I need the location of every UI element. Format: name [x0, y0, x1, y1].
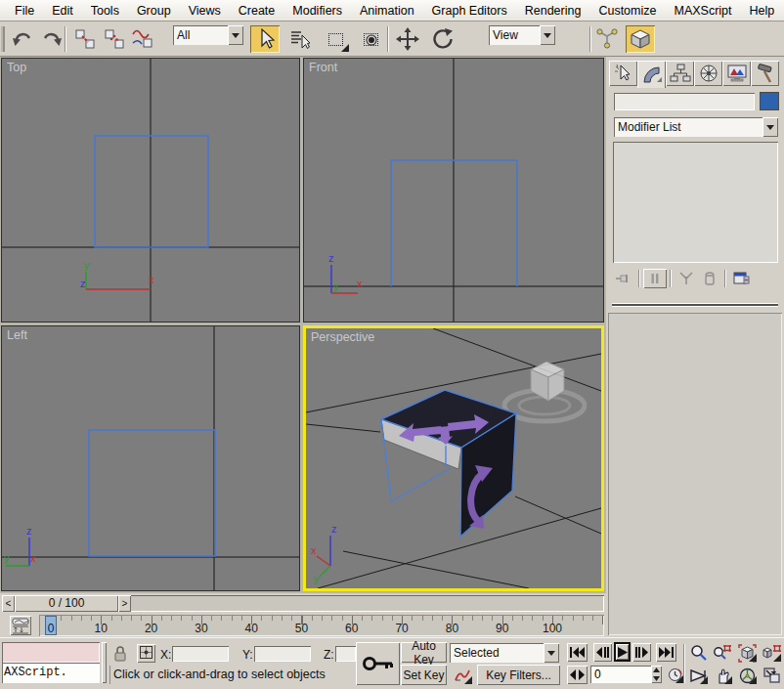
frame-spinner[interactable] — [651, 666, 662, 683]
macro-recorder-field[interactable] — [2, 642, 100, 663]
set-keys-button[interactable] — [356, 642, 400, 685]
x-coordinate-field[interactable] — [172, 646, 229, 662]
tab-utilities[interactable] — [751, 61, 779, 86]
menu-item-maxscript[interactable]: MAXScript — [665, 2, 740, 20]
maxscript-listener-field[interactable]: AXScript. — [2, 663, 100, 683]
time-configuration-button[interactable] — [666, 666, 684, 684]
tab-hierarchy[interactable] — [666, 61, 694, 86]
next-frame-button[interactable] — [632, 643, 651, 662]
dropdown-arrow-icon[interactable] — [544, 643, 559, 663]
tab-create[interactable] — [609, 61, 637, 86]
modifier-stack-list[interactable] — [613, 142, 778, 263]
listener-splitter[interactable] — [102, 642, 107, 683]
field-of-view-button[interactable] — [687, 666, 709, 685]
frame-tick-label: 50 — [295, 622, 308, 635]
toolbar-drag-handle[interactable] — [1, 26, 5, 52]
tab-modify[interactable] — [637, 61, 666, 88]
menu-item-edit[interactable]: Edit — [43, 2, 82, 20]
select-and-link-button[interactable] — [70, 25, 100, 53]
viewport-perspective-label[interactable]: Perspective — [311, 330, 374, 344]
select-by-name-button[interactable] — [285, 25, 315, 53]
bind-to-space-warp-button[interactable] — [127, 25, 156, 53]
viewport-left[interactable]: Left z y x — [1, 325, 300, 591]
zoom-extents-all-button[interactable] — [761, 643, 782, 663]
show-end-result-button[interactable] — [643, 269, 667, 288]
zoom-all-button[interactable] — [712, 643, 733, 663]
prompt-line: Click or click-and-drag to select object… — [109, 666, 354, 684]
go-to-end-button[interactable] — [656, 643, 676, 662]
menu-item-tools[interactable]: Tools — [82, 2, 128, 20]
redo-button[interactable] — [37, 25, 66, 53]
scene-object[interactable] — [381, 390, 516, 537]
reference-coordinate-system-dropdown[interactable]: View — [489, 25, 555, 45]
menu-item-create[interactable]: Create — [230, 2, 284, 20]
axis-tripod: z x y — [328, 252, 363, 293]
arc-rotate-button[interactable] — [736, 666, 758, 685]
viewport-perspective[interactable]: Perspective — [303, 325, 604, 591]
select-and-rotate-button[interactable] — [428, 25, 457, 53]
select-object-button[interactable] — [250, 25, 280, 53]
set-key-button[interactable]: Set Key — [401, 665, 447, 685]
menu-item-customize[interactable]: Customize — [589, 2, 665, 20]
remove-modifier-button[interactable] — [698, 269, 721, 288]
select-and-move-button[interactable] — [393, 25, 422, 53]
key-filters-button[interactable]: Key Filters... — [477, 665, 560, 685]
track-ruler[interactable]: 0102030405060708090100 — [39, 615, 604, 636]
y-coordinate-field[interactable] — [254, 646, 311, 662]
pan-button[interactable] — [712, 666, 733, 685]
previous-frame-arrow-button[interactable]: < — [2, 595, 15, 612]
play-button[interactable] — [614, 642, 631, 662]
selection-filter-dropdown[interactable]: All — [173, 25, 243, 45]
zoom-extents-button[interactable] — [736, 643, 758, 663]
key-mode-dropdown[interactable]: Selected — [450, 643, 559, 663]
current-frame-field[interactable] — [590, 666, 651, 683]
dropdown-arrow-icon[interactable] — [540, 25, 555, 45]
menu-item-modifiers[interactable]: Modifiers — [283, 2, 351, 20]
viewport-left-label[interactable]: Left — [7, 328, 27, 342]
snaps-toggle-button[interactable] — [626, 25, 655, 53]
absolute-mode-toggle[interactable] — [137, 644, 155, 663]
modifier-list-dropdown[interactable]: Modifier List — [614, 117, 778, 137]
viewport-front[interactable]: Front z x y — [303, 58, 604, 323]
selection-lock-toggle[interactable] — [110, 644, 130, 664]
dropdown-arrow-icon[interactable] — [228, 25, 243, 45]
make-unique-button[interactable] — [675, 269, 698, 288]
menu-item-views[interactable]: Views — [180, 2, 230, 20]
tab-motion[interactable] — [694, 61, 722, 86]
configure-modifier-sets-button[interactable] — [729, 269, 753, 288]
menu-item-help[interactable]: Help — [741, 2, 784, 20]
undo-button[interactable] — [8, 25, 37, 53]
key-mode-toggle-button[interactable] — [567, 666, 588, 684]
menu-item-animation[interactable]: Animation — [351, 2, 423, 20]
menu-item-graph-editors[interactable]: Graph Editors — [423, 2, 516, 20]
select-and-manipulate-button[interactable] — [594, 25, 620, 53]
default-tangent-button[interactable] — [451, 666, 473, 685]
dropdown-arrow-icon[interactable] — [762, 117, 778, 137]
viewport-top-label[interactable]: Top — [7, 61, 26, 74]
viewport-top[interactable]: Top y x z — [1, 58, 300, 323]
time-slider-handle[interactable]: 0 / 100 — [15, 595, 118, 612]
object-name-field[interactable] — [614, 93, 755, 110]
pin-stack-button[interactable] — [612, 269, 635, 288]
key-mode-toggle-icon — [570, 669, 585, 680]
go-to-start-button[interactable] — [567, 643, 588, 662]
status-bar: AXScript. X: Y: Z: Click or click-and-dr… — [0, 637, 784, 689]
unlink-selection-button[interactable] — [100, 25, 129, 53]
next-frame-arrow-button[interactable]: > — [118, 595, 131, 612]
menu-item-group[interactable]: Group — [128, 2, 180, 20]
zoom-button[interactable] — [687, 643, 709, 663]
min-max-toggle-button[interactable] — [761, 666, 782, 685]
auto-key-button[interactable]: Auto Key — [401, 642, 447, 663]
tab-display[interactable] — [722, 61, 751, 86]
panel-divider[interactable] — [612, 303, 778, 307]
rectangular-selection-region-button[interactable] — [321, 25, 350, 53]
menu-item-file[interactable]: File — [6, 2, 43, 20]
viewport-front-label[interactable]: Front — [309, 61, 337, 74]
open-mini-curve-editor-button[interactable] — [10, 616, 31, 635]
menu-item-rendering[interactable]: Rendering — [516, 2, 590, 20]
utilities-icon — [755, 64, 776, 83]
object-color-swatch[interactable] — [760, 92, 779, 110]
z-coordinate-field[interactable] — [335, 646, 356, 662]
window-crossing-button[interactable] — [356, 25, 385, 53]
previous-frame-button[interactable] — [593, 643, 612, 662]
